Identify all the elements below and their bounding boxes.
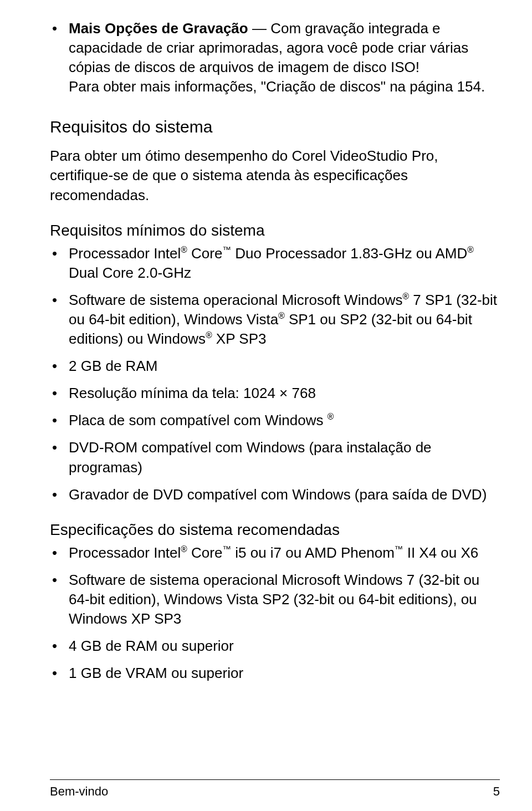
list-item: 2 GB de RAM bbox=[69, 356, 500, 376]
heading-recomendadas: Especificações do sistema recomendadas bbox=[50, 521, 500, 539]
tm-icon: ™ bbox=[222, 245, 231, 254]
tm-icon: ™ bbox=[395, 544, 403, 554]
tm-icon: ™ bbox=[222, 544, 231, 554]
reg-icon: ® bbox=[206, 330, 212, 340]
reg-icon: ® bbox=[278, 311, 285, 320]
list-item: DVD-ROM compatível com Windows (para ins… bbox=[69, 438, 500, 477]
feature-subtext: Para obter mais informações, "Criação de… bbox=[50, 77, 500, 96]
list-item: Software de sistema operacional Microsof… bbox=[69, 570, 500, 629]
reg-icon: ® bbox=[181, 245, 187, 254]
footer: Bem-vindo 5 bbox=[50, 779, 500, 799]
reg-icon: ® bbox=[467, 245, 474, 254]
list-item: Software de sistema operacional Microsof… bbox=[69, 290, 500, 349]
feature-block: Mais Opções de Gravação — Com gravação i… bbox=[50, 19, 500, 96]
list-recomendadas: Processador Intel® Core™ i5 ou i7 ou AMD… bbox=[50, 543, 500, 684]
reg-icon: ® bbox=[181, 544, 187, 554]
list-minimos: Processador Intel® Core™ Duo Processador… bbox=[50, 244, 500, 504]
reg-icon: ® bbox=[403, 292, 410, 301]
heading-minimos: Requisitos mínimos do sistema bbox=[50, 222, 500, 239]
para-requisitos: Para obter um ótimo desempenho do Corel … bbox=[50, 146, 500, 205]
list-item: Processador Intel® Core™ Duo Processador… bbox=[69, 244, 500, 283]
list-item: 4 GB de RAM ou superior bbox=[69, 636, 500, 656]
heading-requisitos: Requisitos do sistema bbox=[50, 118, 500, 136]
footer-page: 5 bbox=[493, 784, 500, 799]
feature-lead: Mais Opções de Gravação — Com gravação i… bbox=[50, 19, 500, 77]
list-item: Gravador de DVD compatível com Windows (… bbox=[69, 485, 500, 504]
reg-icon: ® bbox=[328, 412, 334, 422]
list-item: 1 GB de VRAM ou superior bbox=[69, 664, 500, 683]
list-item: Placa de som compatível com Windows ® bbox=[69, 411, 500, 430]
footer-section: Bem-vindo bbox=[50, 784, 108, 799]
list-item: Processador Intel® Core™ i5 ou i7 ou AMD… bbox=[69, 543, 500, 563]
feature-title: Mais Opções de Gravação bbox=[69, 20, 248, 37]
list-item: Resolução mínima da tela: 1024 × 768 bbox=[69, 384, 500, 403]
